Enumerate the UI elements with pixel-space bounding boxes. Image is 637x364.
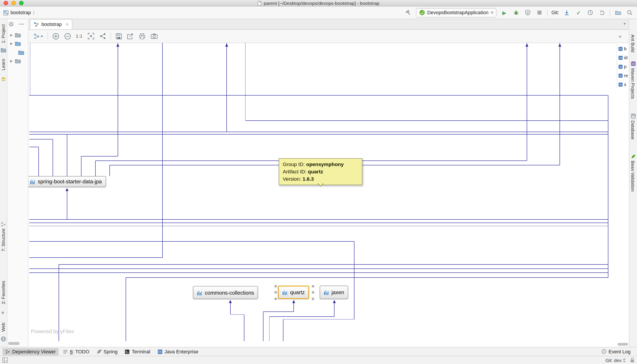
vcs-update-icon[interactable] <box>563 8 571 17</box>
web-globe-icon[interactable] <box>1 336 6 342</box>
close-icon[interactable]: × <box>66 22 69 27</box>
tooltip-group-value: opensymphony <box>306 162 344 167</box>
branch-switch-chevrons-icon <box>622 358 626 362</box>
vcs-history-icon[interactable] <box>586 8 594 17</box>
vcs-commit-icon[interactable]: ✓ <box>574 8 583 17</box>
maven-module-item[interactable]: m p <box>617 62 629 71</box>
sidebar-item-database[interactable]: Database <box>630 120 635 140</box>
build-hammer-icon[interactable] <box>404 8 412 17</box>
maven-module-item[interactable]: m b <box>617 44 629 53</box>
expand-arrow-icon[interactable]: ▶ <box>10 33 13 37</box>
hide-panel-icon[interactable]: — <box>19 21 24 27</box>
export-icon[interactable] <box>126 32 134 40</box>
maven-module-item[interactable]: m id <box>617 53 629 62</box>
sidebar-item-bean-validation[interactable]: Bean Validation <box>630 161 635 192</box>
breadcrumb-project[interactable]: bootstrap <box>11 10 31 16</box>
project-files-icon[interactable] <box>1 48 6 52</box>
document-icon <box>258 1 262 6</box>
folder-icon[interactable] <box>614 8 622 17</box>
vcs-rollback-icon[interactable] <box>598 8 606 17</box>
maven-icon[interactable]: m <box>631 61 636 66</box>
toolwindow-terminal[interactable]: Terminal <box>122 348 153 355</box>
dependency-node-quartz[interactable]: quartz <box>278 286 309 299</box>
sidebar-item-favorites[interactable]: 2: Favorites <box>1 281 6 304</box>
toolwindow-todo[interactable]: 6: TODO <box>60 348 92 355</box>
actual-size-button[interactable]: 1:1 <box>75 32 83 40</box>
sidebar-item-ant-build[interactable]: Ant Build <box>630 34 635 52</box>
tree-row[interactable]: ▶ <box>10 42 21 46</box>
dependency-node-spring-boot-starter-data-jpa[interactable]: spring-boot-starter-data-jpa <box>29 176 106 187</box>
tooltip-version-value: 1.6.3 <box>303 176 314 182</box>
maven-module-item[interactable]: m s <box>617 80 629 89</box>
expand-arrow-icon[interactable]: ▶ <box>10 59 13 63</box>
bean-validation-icon[interactable] <box>631 154 636 159</box>
lock-icon[interactable] <box>630 358 634 363</box>
zoom-in-icon[interactable] <box>52 32 60 40</box>
selection-handle[interactable] <box>312 285 314 287</box>
dependency-node-commons-collections[interactable]: commons-collections <box>193 286 258 299</box>
toolwindow-dependency-viewer[interactable]: Dependency Viewer <box>3 348 59 355</box>
expand-arrow-icon[interactable]: ▶ <box>10 42 13 46</box>
gear-icon[interactable] <box>9 22 14 27</box>
artifact-icon <box>197 290 202 295</box>
dependency-node-jaxen[interactable]: jaxen <box>320 286 348 299</box>
close-window-button[interactable] <box>4 1 8 5</box>
fit-content-icon[interactable] <box>87 32 95 40</box>
run-with-coverage-button[interactable] <box>524 8 532 17</box>
artifact-icon <box>30 179 35 184</box>
tree-row[interactable]: ▶ <box>10 33 21 37</box>
show-edge-labels-icon[interactable] <box>99 32 107 40</box>
dependency-graph-canvas[interactable]: spring-boot-starter-data-jpa commons-col… <box>29 43 629 341</box>
favorites-star-icon[interactable]: ★ <box>1 310 5 315</box>
sidebar-item-maven-projects[interactable]: Maven Projects <box>630 68 635 99</box>
sidebar-item-structure[interactable]: 7: Structure <box>1 228 6 252</box>
horizontal-scrollbar-thumb[interactable] <box>8 342 20 345</box>
git-branch-label: Git: dev <box>605 358 622 362</box>
maven-module-icon: m <box>618 73 623 78</box>
selection-handle[interactable] <box>275 291 277 293</box>
run-button[interactable]: ▶ <box>500 8 509 17</box>
toolbar-overflow-chevrons[interactable]: » <box>618 33 621 39</box>
sidebar-item-web[interactable]: Web <box>1 322 6 332</box>
sidebar-item-learn[interactable]: Learn <box>1 59 6 70</box>
tab-bootstrap[interactable]: bootstrap × <box>30 19 72 29</box>
apply-layout-icon[interactable] <box>32 32 44 40</box>
editor-tab-bar: bootstrap × ▾ <box>29 19 629 30</box>
database-icon[interactable] <box>631 114 636 119</box>
selection-handle[interactable] <box>275 298 277 300</box>
run-configuration-select[interactable]: DevopsBootstrapApplication ▾ <box>416 8 497 17</box>
toolwindow-java-enterprise[interactable]: EE Java Enterprise <box>155 348 201 355</box>
save-icon[interactable] <box>115 32 123 40</box>
chevron-down-icon: ▾ <box>491 10 493 16</box>
zoom-out-icon[interactable] <box>64 32 72 40</box>
minimize-window-button[interactable] <box>11 1 16 5</box>
tool-window-bar: Dependency Viewer 6: TODO Spring Termina… <box>0 347 637 356</box>
project-icon <box>3 10 9 15</box>
learn-icon[interactable] <box>1 77 6 82</box>
tab-options-chevron-icon[interactable]: ▾ <box>624 22 626 26</box>
snapshot-camera-icon[interactable] <box>150 32 158 40</box>
sidebar-item-project[interactable]: 1: Project <box>1 24 6 43</box>
tree-row[interactable]: ▶ <box>10 59 21 63</box>
git-branch-widget[interactable]: Git: dev <box>605 358 626 362</box>
tree-row[interactable] <box>18 50 24 55</box>
toolwindow-quick-access-icon[interactable] <box>3 358 8 363</box>
yfiles-watermark: Powered by yFiles <box>31 328 74 334</box>
stop-button[interactable] <box>536 8 544 17</box>
maven-module-item[interactable]: m re <box>617 71 629 80</box>
search-icon[interactable] <box>626 8 634 17</box>
zoom-window-button[interactable] <box>19 1 24 5</box>
tooltip-version-label: Version: <box>283 176 303 182</box>
toolwindow-spring[interactable]: Spring <box>94 348 120 355</box>
event-log-button[interactable]: Event Log <box>598 348 634 355</box>
selection-handle[interactable] <box>312 291 314 293</box>
diagram-toolbar: 1:1 » <box>29 30 629 43</box>
selection-handle[interactable] <box>312 298 314 300</box>
debug-button[interactable] <box>512 8 520 17</box>
ide-window: parent [~/Desktop/devops/devops-bootstra… <box>0 0 637 364</box>
print-icon[interactable] <box>138 32 146 40</box>
structure-icon[interactable] <box>1 222 6 227</box>
tooltip-artifact-value: quartz <box>308 169 323 174</box>
selection-handle[interactable] <box>275 285 277 287</box>
horizontal-scrollbar-thumb[interactable] <box>617 343 628 346</box>
